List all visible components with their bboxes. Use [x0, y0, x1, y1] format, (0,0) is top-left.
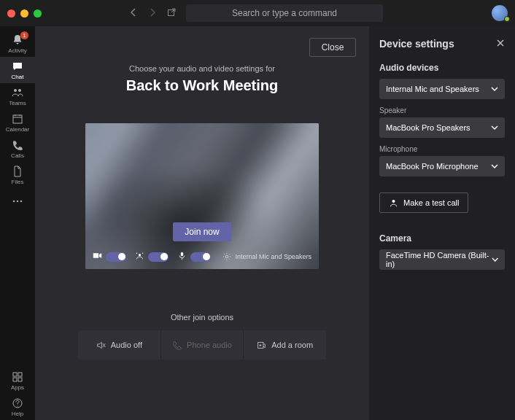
- maximize-window-button[interactable]: [34, 9, 42, 18]
- sidebar-label: Teams: [9, 100, 26, 106]
- opt-label: Audio off: [111, 341, 142, 349]
- svg-rect-8: [18, 373, 22, 376]
- sidebar-item-files[interactable]: Files: [0, 162, 35, 188]
- svg-point-18: [392, 200, 395, 203]
- panel-title: Device settings: [379, 38, 454, 50]
- chevron-down-icon: [491, 124, 498, 131]
- svg-rect-9: [13, 378, 17, 381]
- mic-icon: [177, 250, 187, 263]
- calendar-icon: [11, 112, 24, 125]
- close-panel-icon[interactable]: [496, 38, 505, 50]
- sidebar-item-calls[interactable]: Calls: [0, 136, 35, 162]
- audio-devices-label: Audio devices: [379, 63, 505, 73]
- sidebar-item-calendar[interactable]: Calendar: [0, 109, 35, 136]
- phone-icon: [11, 139, 24, 152]
- camera-label: Camera: [379, 233, 505, 244]
- select-value: FaceTime HD Camera (Built-in): [386, 251, 492, 268]
- chevron-down-icon: [491, 163, 498, 170]
- speaker-select[interactable]: MacBook Pro Speakers: [379, 117, 505, 138]
- teams-icon: [11, 86, 24, 99]
- phone-audio-option: Phone audio: [160, 330, 244, 359]
- svg-point-4: [13, 200, 15, 202]
- opt-label: Add a room: [271, 341, 313, 349]
- svg-rect-10: [18, 378, 22, 381]
- device-settings-panel: Device settings Audio devices Internal M…: [369, 26, 515, 420]
- sidebar-item-more[interactable]: [0, 188, 35, 214]
- files-icon: [11, 165, 24, 178]
- svg-point-13: [136, 252, 138, 254]
- camera-select[interactable]: FaceTime HD Camera (Built-in): [379, 249, 505, 270]
- sidebar-item-teams[interactable]: Teams: [0, 83, 35, 109]
- svg-point-14: [142, 252, 144, 254]
- more-icon: [11, 195, 24, 208]
- close-button[interactable]: Close: [309, 38, 356, 57]
- sidebar-item-chat[interactable]: Chat: [0, 57, 35, 83]
- camera-toggle[interactable]: [106, 252, 126, 262]
- join-now-button[interactable]: Join now: [173, 222, 231, 241]
- preview-controls: Internal Mic and Speakers: [85, 250, 319, 263]
- activity-badge: 1: [20, 31, 28, 39]
- forward-button[interactable]: [148, 7, 157, 20]
- audio-off-option[interactable]: Audio off: [78, 330, 160, 359]
- sidebar-label: Files: [12, 179, 24, 185]
- select-value: Internal Mic and Speakers: [386, 85, 479, 93]
- test-call-label: Make a test call: [403, 198, 459, 207]
- titlebar: Search or type a command: [0, 0, 515, 26]
- select-value: MacBook Pro Microphone: [386, 162, 479, 171]
- sidebar-item-activity[interactable]: Activity 1: [0, 31, 35, 57]
- test-call-button[interactable]: Make a test call: [379, 192, 468, 213]
- window-controls: [7, 9, 42, 18]
- chat-icon: [11, 60, 24, 73]
- help-icon: [11, 397, 24, 410]
- speaker-label: Speaker: [379, 106, 505, 114]
- camera-preview: Join now In: [85, 123, 319, 269]
- app-sidebar: Activity 1 Chat Teams Calendar Calls Fil…: [0, 26, 35, 420]
- blur-icon: [135, 250, 144, 263]
- main-content: Close Choose your audio and video settin…: [35, 26, 515, 420]
- chevron-down-icon: [491, 85, 498, 93]
- opt-label: Phone audio: [187, 341, 232, 349]
- nav-controls: [129, 7, 176, 20]
- search-input[interactable]: Search or type a command: [186, 4, 383, 22]
- back-button[interactable]: [129, 7, 138, 20]
- svg-point-5: [17, 200, 19, 202]
- prejoin-screen: Close Choose your audio and video settin…: [35, 26, 369, 420]
- sidebar-label: Calendar: [6, 126, 29, 133]
- new-window-icon[interactable]: [167, 7, 176, 20]
- device-summary-label: Internal Mic and Speakers: [235, 253, 311, 260]
- camera-icon: [93, 250, 102, 263]
- device-settings-shortcut[interactable]: Internal Mic and Speakers: [222, 252, 311, 261]
- svg-rect-15: [181, 252, 183, 257]
- mic-toggle[interactable]: [190, 252, 211, 262]
- sidebar-label: Help: [12, 411, 23, 417]
- prejoin-subtitle: Choose your audio and video settings for: [129, 64, 275, 73]
- sidebar-item-help[interactable]: Help: [0, 394, 35, 420]
- svg-point-16: [226, 255, 229, 258]
- sidebar-label: Calls: [11, 152, 24, 159]
- svg-point-2: [18, 89, 21, 92]
- sidebar-label: Chat: [12, 74, 24, 80]
- close-window-button[interactable]: [7, 9, 15, 18]
- audio-devices-select[interactable]: Internal Mic and Speakers: [379, 79, 505, 99]
- sidebar-item-apps[interactable]: Apps: [0, 368, 35, 394]
- sidebar-label: Apps: [11, 384, 24, 391]
- svg-rect-3: [13, 115, 22, 123]
- select-value: MacBook Pro Speakers: [386, 123, 471, 132]
- apps-icon: [11, 370, 24, 384]
- presence-indicator: [504, 16, 510, 22]
- svg-point-6: [20, 200, 23, 202]
- microphone-select[interactable]: MacBook Pro Microphone: [379, 156, 505, 176]
- minimize-window-button[interactable]: [20, 9, 28, 18]
- svg-rect-7: [13, 373, 17, 376]
- chevron-down-icon: [492, 256, 498, 263]
- other-options-row: Audio off Phone audio Add a room: [78, 330, 326, 359]
- other-options-label: Other join options: [171, 313, 233, 322]
- svg-point-12: [139, 254, 141, 256]
- sidebar-label: Activity: [8, 47, 26, 54]
- microphone-label: Microphone: [379, 145, 505, 153]
- blur-toggle[interactable]: [148, 252, 169, 262]
- svg-point-1: [14, 89, 17, 92]
- meeting-title: Back to Work Meeting: [126, 77, 279, 94]
- add-room-option[interactable]: Add a room: [243, 330, 326, 359]
